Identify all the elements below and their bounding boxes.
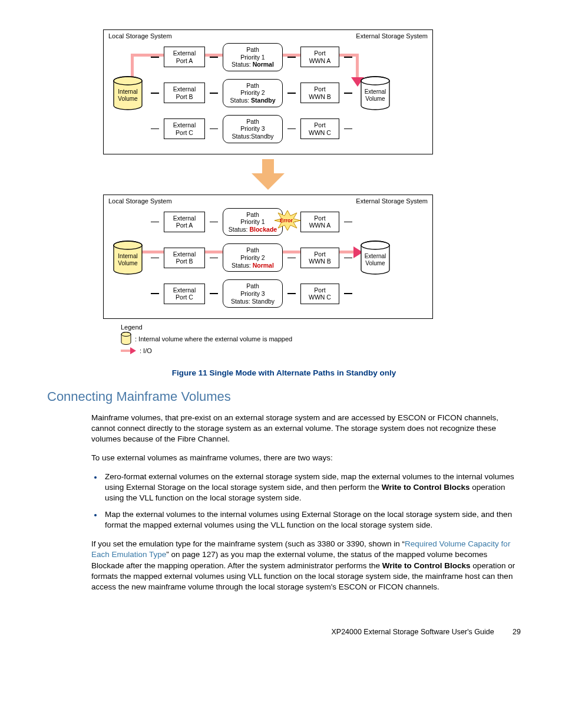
external-port-box: ExternalPort C [164, 284, 205, 304]
list-item: Map the external volumes to the internal… [103, 509, 521, 531]
bottom-system-block: Local Storage System External Storage Sy… [103, 195, 433, 319]
external-system-label: External Storage System [356, 197, 428, 205]
external-port-box: ExternalPort A [164, 47, 205, 67]
paragraph: To use external volumes as mainframe vol… [91, 453, 521, 463]
local-system-label: Local Storage System [108, 32, 172, 39]
transition-arrow-icon [103, 159, 433, 190]
svg-text:Volume: Volume [365, 95, 385, 102]
bullet-list: Zero-format external volumes on the exte… [47, 472, 521, 531]
svg-text:Internal: Internal [118, 253, 137, 259]
svg-marker-23 [130, 347, 136, 354]
external-port-box: ExternalPort C [164, 118, 205, 139]
local-system-label: Local Storage System [108, 197, 172, 205]
wwn-port-box: PortWWN C [300, 118, 339, 139]
legend: Legend : Internal volume where the exter… [121, 324, 433, 354]
external-system-label: External Storage System [356, 32, 428, 39]
svg-text:Volume: Volume [118, 95, 138, 102]
wwn-port-box: PortWWN A [300, 212, 339, 232]
volume-cylinder-icon: Internal Volume [113, 241, 143, 275]
figure-caption: Figure 11 Single Mode with Alternate Pat… [47, 368, 521, 377]
error-burst-icon: Error [278, 214, 291, 220]
path-box: PathPriority 3Status:Standby [223, 115, 283, 143]
legend-io-text: : I/O [140, 347, 152, 354]
path-box: PathPriority 1Status: Normal [223, 43, 283, 71]
paragraph: Mainframe volumes, that pre-exist on an … [91, 413, 521, 445]
top-system-block: Local Storage System External Storage Sy… [103, 29, 433, 154]
volume-cylinder-icon: External Volume [360, 241, 391, 275]
svg-text:Volume: Volume [118, 260, 138, 266]
legend-cylinder-icon [121, 332, 131, 346]
page-number: 29 [513, 628, 521, 636]
figure-diagram: Local Storage System External Storage Sy… [103, 29, 433, 354]
path-box: PathPriority 2Status: Standby [223, 79, 283, 107]
svg-text:External: External [365, 88, 386, 95]
external-port-box: ExternalPort B [164, 83, 205, 103]
external-port-box: ExternalPort B [164, 248, 205, 268]
list-item: Zero-format external volumes on the exte… [103, 472, 521, 504]
wwn-port-box: PortWWN B [300, 248, 339, 268]
path-box: PathPriority 2Status: Normal [223, 243, 283, 272]
legend-title: Legend [121, 324, 433, 331]
page-footer: XP24000 External Storage Software User's… [47, 628, 521, 636]
volume-cylinder-icon: Internal Volume [113, 76, 143, 110]
path-box: PathPriority 3Status: Standby [223, 279, 283, 308]
svg-text:External: External [365, 253, 386, 259]
external-port-box: ExternalPort A [164, 212, 205, 232]
legend-volume-text: : Internal volume where the external vol… [135, 335, 292, 342]
svg-text:Volume: Volume [365, 260, 385, 266]
wwn-port-box: PortWWN A [300, 47, 339, 67]
section-heading: Connecting Mainframe Volumes [47, 389, 521, 404]
footer-title: XP24000 External Storage Software User's… [331, 628, 494, 636]
wwn-port-box: PortWWN B [300, 83, 339, 103]
svg-text:Internal: Internal [118, 88, 137, 95]
svg-marker-9 [252, 159, 285, 190]
path-box: PathPriority 1Status: Blockade [223, 208, 283, 236]
wwn-port-box: PortWWN C [300, 284, 339, 304]
volume-cylinder-icon: External Volume [360, 76, 391, 110]
paragraph: If you set the emulation type for the ma… [91, 539, 521, 592]
legend-io-arrow-icon [121, 347, 136, 354]
